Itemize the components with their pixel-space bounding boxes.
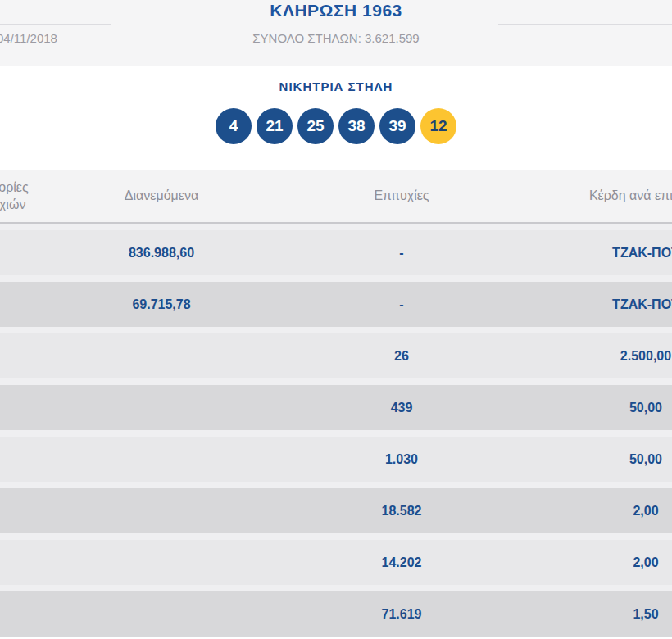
cell-wins: - <box>311 282 492 327</box>
winning-number-ball: 39 <box>379 108 415 144</box>
winning-number-ball: 25 <box>297 108 334 144</box>
cell-wins: 14.202 <box>311 540 492 585</box>
column-header-distributed: Διανεμόμενα <box>71 170 252 222</box>
column-header-categories-line1: Κατηγορίες <box>0 179 37 196</box>
table-row: 14.202 2,00 <box>0 540 672 585</box>
cell-prize: 2.500,00 <box>556 333 672 378</box>
total-columns-label: ΣΥΝΟΛΟ ΣΤΗΛΩΝ: 3.621.599 <box>0 31 672 45</box>
table-row: 26 2.500,00 <box>0 333 672 378</box>
prize-table-body: 836.988,60 - ΤΖΑΚ-ΠΟΤ 69.715,78 - ΤΖΑΚ-Π… <box>0 224 672 637</box>
cell-prize: ΤΖΑΚ-ΠΟΤ <box>556 282 672 327</box>
cell-wins: 26 <box>311 333 492 378</box>
cell-distributed <box>71 385 252 430</box>
cell-wins: 1.030 <box>311 437 492 482</box>
cell-prize: 50,00 <box>556 385 672 430</box>
winning-number-ball: 38 <box>338 108 375 144</box>
winning-number-ball: 4 <box>216 108 252 144</box>
cell-distributed <box>71 488 252 533</box>
winning-column-section: ΝΙΚΗΤΡΙΑ ΣΤΗΛΗ 4 21 25 38 39 12 <box>0 66 672 170</box>
cell-distributed <box>71 437 252 482</box>
draw-title: ΚΛΗΡΩΣΗ 1963 <box>0 1 672 20</box>
table-row: 69.715,78 - ΤΖΑΚ-ΠΟΤ <box>0 282 672 327</box>
column-header-prize-per-win: Κέρδη ανά επιτυχία <box>556 170 672 222</box>
table-row: 18.582 2,00 <box>0 488 672 533</box>
cell-distributed <box>71 333 252 378</box>
table-row: 1.030 50,00 <box>0 437 672 482</box>
winning-numbers: 4 21 25 38 39 12 <box>0 108 672 144</box>
draw-date: 04/11/2018 <box>0 31 57 45</box>
cell-wins: - <box>311 230 492 275</box>
table-row: 71.619 1,50 <box>0 591 672 637</box>
bonus-number-ball: 12 <box>420 108 456 144</box>
cell-prize: 1,50 <box>556 591 672 637</box>
cell-wins: 71.619 <box>311 591 492 637</box>
cell-distributed: 836.988,60 <box>71 230 252 275</box>
draw-header: ΚΛΗΡΩΣΗ 1963 ΣΥΝΟΛΟ ΣΤΗΛΩΝ: 3.621.599 04… <box>0 0 672 66</box>
winning-column-title: ΝΙΚΗΤΡΙΑ ΣΤΗΛΗ <box>0 66 672 93</box>
cell-wins: 439 <box>311 385 492 430</box>
cell-prize: ΤΖΑΚ-ΠΟΤ <box>556 230 672 275</box>
cell-prize: 50,00 <box>556 437 672 482</box>
column-header-categories-line2: Επιτυχιών <box>0 196 37 213</box>
table-row: 836.988,60 - ΤΖΑΚ-ΠΟΤ <box>0 230 672 275</box>
winning-number-ball: 21 <box>257 108 293 144</box>
prize-table-header: Κατηγορίες Επιτυχιών Διανεμόμενα Επιτυχί… <box>0 170 672 224</box>
table-row: 439 50,00 <box>0 385 672 430</box>
cell-prize: 2,00 <box>556 488 672 533</box>
cell-distributed <box>71 591 252 637</box>
cell-distributed <box>71 540 252 585</box>
right-divider-line <box>498 24 672 25</box>
cell-prize: 2,00 <box>556 540 672 585</box>
left-divider-line <box>0 24 111 25</box>
column-header-wins: Επιτυχίες <box>311 170 492 222</box>
cell-distributed: 69.715,78 <box>71 282 252 327</box>
column-header-categories: Κατηγορίες Επιτυχιών <box>0 170 37 222</box>
draw-results-page: ΚΛΗΡΩΣΗ 1963 ΣΥΝΟΛΟ ΣΤΗΛΩΝ: 3.621.599 04… <box>0 0 672 639</box>
prize-table: Κατηγορίες Επιτυχιών Διανεμόμενα Επιτυχί… <box>0 170 672 637</box>
cell-wins: 18.582 <box>311 488 492 533</box>
